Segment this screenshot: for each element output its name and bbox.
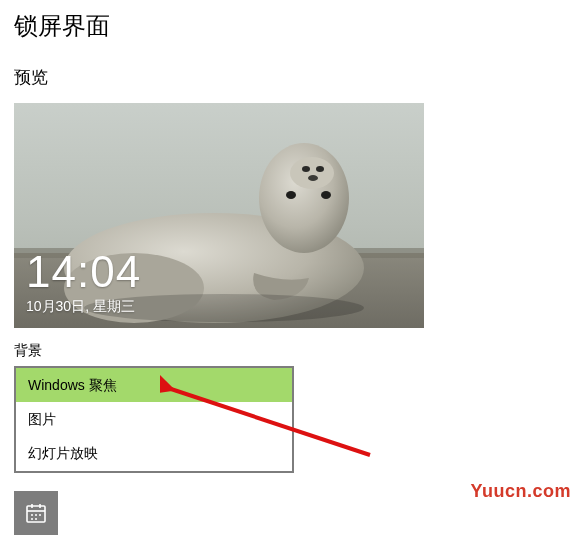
- svg-point-18: [35, 514, 37, 516]
- svg-point-9: [308, 175, 318, 181]
- preview-time: 14:04: [26, 250, 141, 294]
- svg-point-17: [31, 514, 33, 516]
- calendar-icon: [24, 501, 48, 525]
- calendar-app-button[interactable]: [14, 491, 58, 535]
- watermark: Yuucn.com: [470, 481, 571, 502]
- background-dropdown[interactable]: Windows 聚焦 图片 幻灯片放映: [14, 366, 294, 473]
- page-title: 锁屏界面: [14, 10, 571, 42]
- lockscreen-preview: 14:04 10月30日, 星期三: [14, 103, 424, 328]
- background-label: 背景: [14, 342, 571, 360]
- svg-point-6: [290, 157, 334, 189]
- preview-section-label: 预览: [14, 66, 571, 89]
- dropdown-option-windows-spotlight[interactable]: Windows 聚焦: [16, 368, 292, 402]
- preview-date: 10月30日, 星期三: [26, 298, 135, 316]
- dropdown-option-slideshow[interactable]: 幻灯片放映: [16, 436, 292, 470]
- svg-point-7: [302, 166, 310, 172]
- dropdown-option-picture[interactable]: 图片: [16, 402, 292, 436]
- svg-point-8: [316, 166, 324, 172]
- svg-point-11: [321, 191, 331, 199]
- svg-point-20: [31, 518, 33, 520]
- svg-point-10: [286, 191, 296, 199]
- svg-point-21: [35, 518, 37, 520]
- svg-point-19: [39, 514, 41, 516]
